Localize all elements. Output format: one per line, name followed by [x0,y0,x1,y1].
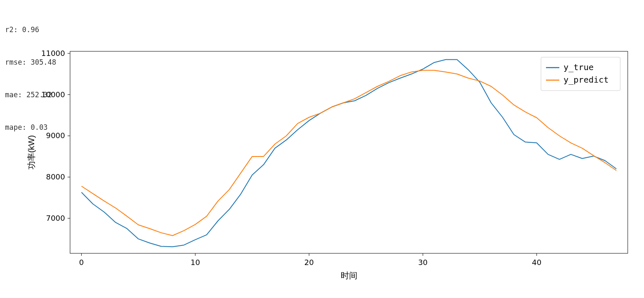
y-tick-label: 11000 [41,49,65,58]
y-tick-label: 8000 [46,172,65,181]
metric-r2: r2: 0.96 [5,24,56,35]
chart-container: 0102030407000800090001000011000时间功率(kW)y… [25,48,638,279]
legend-label: y_predict [564,75,609,85]
x-axis-label: 时间 [341,271,357,280]
series-y_predict [81,70,616,235]
legend-label: y_true [564,62,594,72]
x-tick-label: 20 [304,258,314,267]
y-tick-label: 7000 [46,214,65,222]
y-axis-label: 功率(kW) [27,135,36,169]
x-tick-label: 10 [191,258,200,267]
x-tick-label: 30 [418,258,428,267]
y-tick-label: 9000 [46,131,65,140]
line-chart: 0102030407000800090001000011000时间功率(kW)y… [25,48,638,282]
x-tick-label: 40 [532,258,541,267]
series-y_true [81,60,616,247]
y-tick-label: 10000 [41,90,65,99]
legend: y_truey_predict [541,57,620,91]
x-tick-label: 0 [79,258,84,267]
